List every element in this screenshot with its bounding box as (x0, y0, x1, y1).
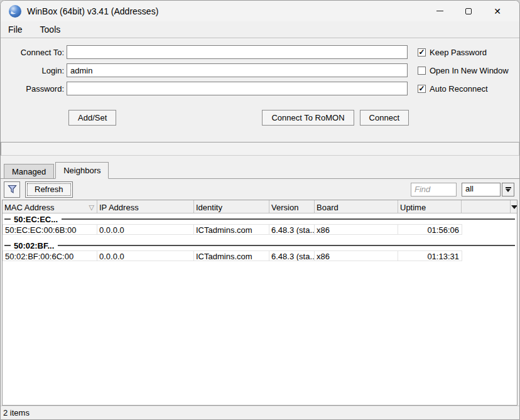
neighbors-list-panel: MAC Address ▽ IP Address Identity Versio… (2, 200, 517, 406)
funnel-icon (8, 185, 17, 194)
group-line (62, 218, 515, 220)
sort-direction-icon: ▽ (89, 203, 95, 212)
column-header-blank (462, 200, 511, 213)
open-in-new-window-option[interactable]: Open In New Window (418, 66, 509, 75)
auto-reconnect-label: Auto Reconnect (430, 84, 488, 94)
open-in-new-window-checkbox[interactable] (418, 67, 426, 75)
window-title: WinBox (64bit) v3.41 (Addresses) (27, 6, 158, 16)
connect-to-romon-button[interactable]: Connect To RoMON (262, 110, 354, 126)
column-header-mac-address[interactable]: MAC Address ▽ (3, 200, 97, 213)
table-body: 50:EC:EC... 50:EC:EC:00:6B:00 0.0.0.0 IC… (3, 213, 517, 405)
tab-managed[interactable]: Managed (4, 164, 54, 178)
close-icon: ✕ (494, 7, 501, 16)
menu-tools[interactable]: Tools (39, 23, 62, 36)
table-header: MAC Address ▽ IP Address Identity Versio… (3, 200, 517, 213)
minimize-icon (436, 11, 443, 11)
keep-password-option[interactable]: Keep Password (418, 48, 487, 57)
add-set-button[interactable]: Add/Set (68, 110, 116, 126)
group-line (58, 245, 515, 246)
group-line (4, 245, 11, 246)
winbox-app-icon (8, 4, 22, 18)
items-count: 2 items (3, 408, 30, 417)
column-header-mac-address-label: MAC Address (4, 203, 54, 212)
menu-file[interactable]: File (7, 23, 24, 36)
toolbar-right: all (411, 183, 514, 197)
table-row[interactable]: 50:02:BF:00:6C:00 0.0.0.0 ICTadmins.com … (3, 250, 462, 261)
filter-scope-dropdown-button[interactable] (502, 183, 514, 197)
dropdown-arrow-icon (506, 187, 511, 192)
connect-to-input[interactable] (67, 45, 408, 59)
tab-neighbors[interactable]: Neighbors (55, 162, 109, 179)
close-button[interactable]: ✕ (483, 1, 512, 21)
connect-form: Connect To: Keep Password Login: Open In… (1, 38, 519, 142)
cell-mac-address: 50:EC:EC:00:6B:00 (3, 225, 97, 234)
cell-uptime: 01:56:06 (398, 225, 462, 234)
connect-button[interactable]: Connect (360, 110, 409, 126)
column-header-board[interactable]: Board (315, 200, 398, 213)
winbox-window: WinBox (64bit) v3.41 (Addresses) ✕ File … (0, 0, 520, 420)
cell-mac-address: 50:02:BF:00:6C:00 (3, 251, 97, 261)
form-buttons: Add/Set Connect To RoMON Connect (68, 110, 409, 126)
window-controls: ✕ (425, 1, 519, 21)
group-row[interactable]: 50:EC:EC... (3, 214, 517, 224)
password-row: Password: Auto Reconnect (1, 82, 519, 95)
find-input[interactable] (411, 183, 457, 197)
column-header-ip-address[interactable]: IP Address (97, 200, 194, 213)
column-header-identity[interactable]: Identity (194, 200, 269, 213)
neighbors-toolbar: Refresh all (1, 179, 519, 200)
keep-password-checkbox[interactable] (418, 48, 426, 57)
filter-button[interactable] (4, 181, 20, 198)
group-label: 50:02:BF... (14, 241, 54, 250)
connect-to-row: Connect To: Keep Password (1, 45, 519, 59)
cell-ip-address: 0.0.0.0 (97, 251, 194, 261)
cell-uptime: 01:13:31 (398, 251, 462, 261)
login-row: Login: Open In New Window (1, 63, 519, 77)
auto-reconnect-option[interactable]: Auto Reconnect (418, 84, 488, 94)
group-row[interactable]: 50:02:BF... (3, 240, 517, 250)
statusbar: 2 items (1, 406, 519, 419)
cell-version: 6.48.3 (sta... (269, 225, 315, 234)
password-label: Password: (1, 84, 67, 94)
cell-board: x86 (315, 225, 398, 234)
cell-identity: ICTadmins.com (194, 251, 269, 261)
cell-ip-address: 0.0.0.0 (97, 225, 194, 234)
minimize-button[interactable] (425, 1, 454, 21)
tab-bar: Managed Neighbors (1, 162, 519, 179)
column-select-button[interactable] (511, 200, 517, 213)
group-line (4, 218, 11, 220)
connect-to-label: Connect To: (1, 48, 67, 57)
cell-version: 6.48.3 (sta... (269, 251, 315, 261)
password-input[interactable] (67, 82, 408, 95)
group-label: 50:EC:EC... (14, 215, 58, 224)
login-label: Login: (1, 66, 67, 75)
auto-reconnect-checkbox[interactable] (418, 85, 426, 93)
refresh-button[interactable]: Refresh (25, 181, 73, 198)
open-in-new-window-label: Open In New Window (430, 66, 509, 75)
cell-identity: ICTadmins.com (194, 225, 269, 234)
login-input[interactable] (67, 63, 408, 77)
filter-scope-select[interactable]: all (462, 183, 501, 197)
table-row[interactable]: 50:EC:EC:00:6B:00 0.0.0.0 ICTadmins.com … (3, 224, 462, 235)
status-message-panel (1, 142, 519, 156)
column-header-version[interactable]: Version (269, 200, 315, 213)
tab-neighbors-label: Neighbors (63, 166, 100, 175)
maximize-icon (465, 8, 472, 14)
menubar: File Tools (1, 21, 519, 38)
column-select-icon (511, 205, 517, 209)
cell-board: x86 (315, 251, 398, 261)
tab-managed-label: Managed (12, 167, 46, 176)
maximize-button[interactable] (454, 1, 483, 21)
titlebar: WinBox (64bit) v3.41 (Addresses) ✕ (1, 1, 519, 21)
column-header-uptime[interactable]: Uptime (398, 200, 462, 213)
keep-password-label: Keep Password (430, 48, 487, 57)
